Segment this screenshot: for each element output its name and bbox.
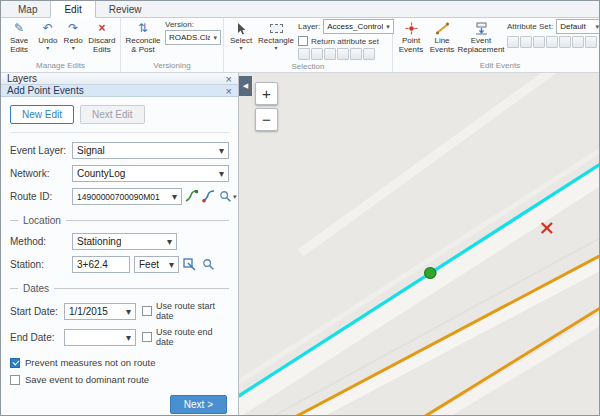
network-value: CountyLog [77,168,125,179]
chevron-down-icon: ▾ [126,306,131,317]
redo-dropdown-icon[interactable]: ▾ [72,45,75,51]
select-label: Select [230,36,252,45]
version-value: ROADS.Claire_Reg [169,33,210,42]
add-point-events-pane: New Edit Next Edit Event Layer: Signal ▾… [1,97,238,416]
chevron-down-icon: ▾ [213,34,217,42]
redo-button[interactable]: ↷ Redo ▾ [61,19,86,53]
collapse-panel-button[interactable]: ◀ [239,76,252,96]
undo-dropdown-icon[interactable]: ▾ [46,45,49,51]
next-button[interactable]: Next > [170,395,227,414]
chevron-down-icon: ▾ [219,168,224,179]
tab-edit[interactable]: Edit [50,0,95,18]
chevron-down-icon: ▾ [169,259,174,270]
network-label: Network: [10,168,72,179]
selection-tool-icon[interactable] [324,48,336,60]
close-icon[interactable]: × [226,74,232,84]
edit-events-tool-icon[interactable] [572,36,584,48]
tab-review[interactable]: Review [96,1,155,17]
selection-tool-icon[interactable] [311,48,323,60]
pick-station-on-map-icon[interactable] [181,256,198,273]
chevron-down-icon: ▾ [172,191,177,202]
version-dropdown[interactable]: ROADS.Claire_Reg ▾ [165,30,221,45]
rectangle-select-button[interactable]: Rectangle ▾ [256,19,296,53]
selection-tool-icon[interactable] [298,48,310,60]
edit-events-tool-icon[interactable] [533,36,545,48]
event-replacement-button[interactable]: Event Replacement [457,19,505,56]
point-events-button[interactable]: Point Events [395,19,427,56]
station-unit-dropdown[interactable]: Feet ▾ [134,256,179,273]
event-line [411,305,599,415]
selection-tool-icon[interactable] [350,48,362,60]
tab-map[interactable]: Map [5,1,50,17]
select-dropdown-icon[interactable]: ▾ [239,45,242,51]
select-button[interactable]: Select ▾ [226,19,256,53]
use-route-start-date-checkbox[interactable] [142,306,152,316]
chevron-down-icon[interactable]: ▾ [233,193,237,201]
edit-events-tool-icon[interactable] [546,36,558,48]
start-date-value: 1/1/2015 [69,306,108,317]
group-label-versioning: Versioning [123,61,221,72]
event-layer-dropdown[interactable]: Signal ▾ [72,142,229,159]
road-edge [270,223,599,415]
discard-edits-icon: × [98,21,105,36]
zoom-in-button[interactable]: + [255,82,278,105]
station-label: Station: [10,259,72,270]
attribute-set-dropdown[interactable]: Default ▾ [556,19,600,34]
start-date-picker[interactable]: 1/1/2015 ▾ [64,303,136,320]
prevent-measures-checkbox[interactable] [10,358,20,368]
dates-section-title: Dates [23,283,49,294]
selection-tool-icon[interactable] [363,48,375,60]
method-dropdown[interactable]: Stationing ▾ [72,233,177,250]
reconcile-post-label: Reconcile & Post [125,36,161,54]
route-id-value: 14900000700090M01 [77,192,160,202]
rectangle-dropdown-icon[interactable]: ▾ [274,45,277,51]
use-route-start-date-label: Use route start date [156,301,229,321]
add-point-events-header: Add Point Events × [1,85,238,97]
zoom-to-route-icon[interactable] [218,188,233,205]
edit-events-tool-icon[interactable] [507,36,519,48]
edit-events-tool-icon[interactable] [520,36,532,48]
return-attribute-set-checkbox[interactable] [298,36,308,46]
line-events-button[interactable]: Line Events [427,19,457,56]
route-id-label: Route ID: [10,191,72,202]
identify-route-icon[interactable] [201,188,216,205]
save-edits-button[interactable]: ✎ Save Edits [3,19,35,56]
zoom-out-button[interactable]: − [255,108,278,131]
edit-events-tools-row: ▾ [507,36,600,48]
selection-tool-icon[interactable] [337,48,349,60]
route-id-combobox[interactable]: 14900000700090M01 ▾ [72,188,182,205]
reconcile-post-icon: ⇅ [138,21,148,36]
attribute-set-value: Default [560,22,585,31]
redo-icon: ↷ [68,21,78,36]
close-icon[interactable]: × [226,86,232,96]
map-canvas[interactable] [239,73,599,415]
use-route-end-date-checkbox[interactable] [142,332,152,342]
new-edit-button[interactable]: New Edit [10,105,74,124]
method-value: Stationing [77,236,121,247]
ribbon-group-selection: Select ▾ Rectangle ▾ Layer: Access_Contr… [224,18,393,72]
station-input[interactable] [72,256,130,273]
network-dropdown[interactable]: CountyLog ▾ [72,165,229,182]
ribbon-group-versioning: ⇅ Reconcile & Post Version: ROADS.Claire… [121,18,224,72]
select-route-on-map-icon[interactable] [184,188,199,205]
edit-events-tool-icon[interactable] [559,36,571,48]
discard-edits-button[interactable]: × Discard Edits [86,19,118,56]
selection-layer-dropdown[interactable]: Access_Control ▾ [323,19,394,34]
reconcile-post-button[interactable]: ⇅ Reconcile & Post [123,19,163,56]
application-window: Map Edit Review ✎ Save Edits ↶ Undo ▾ ↷ … [0,0,600,416]
end-date-picker[interactable]: ▾ [64,329,136,346]
station-unit-value: Feet [139,259,159,270]
start-date-label: Start Date: [10,306,64,317]
save-to-dominant-route-checkbox[interactable] [10,375,20,385]
save-edits-label: Save Edits [5,36,33,54]
line-event-icon [436,21,449,36]
edit-events-tool-icon[interactable] [585,36,597,48]
return-attribute-set-label: Return attribute set [311,37,379,46]
zoom-to-station-icon[interactable] [200,256,217,273]
location-x-marker [542,223,552,233]
discard-edits-label: Discard Edits [88,36,116,54]
map-view[interactable]: ◀ + − [239,73,599,415]
event-layer-value: Signal [77,145,105,156]
undo-button[interactable]: ↶ Undo ▾ [35,19,60,53]
undo-label: Undo [38,36,57,45]
